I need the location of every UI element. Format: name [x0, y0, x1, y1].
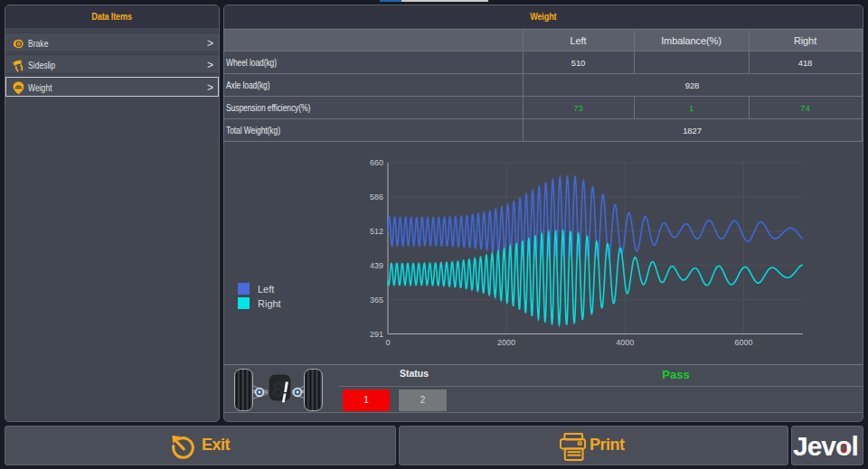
svg-text:512: 512	[370, 227, 383, 236]
svg-text:291: 291	[370, 330, 383, 339]
svg-text:4000: 4000	[616, 338, 634, 347]
svg-text:2000: 2000	[497, 338, 515, 347]
svg-text:439: 439	[370, 261, 383, 270]
svg-text:586: 586	[370, 192, 383, 202]
svg-text:0: 0	[385, 338, 390, 347]
svg-text:660: 660	[370, 158, 383, 167]
svg-text:365: 365	[370, 295, 383, 305]
svg-text:6000: 6000	[734, 338, 752, 347]
